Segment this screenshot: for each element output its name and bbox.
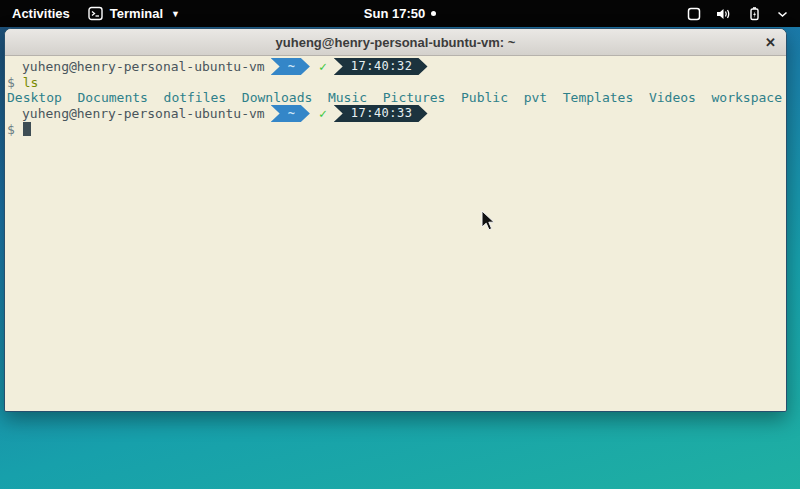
- prompt-time-segment: 17:40:32: [334, 58, 428, 75]
- command-line-1: $ ls: [7, 75, 786, 90]
- directory-item: dotfiles: [164, 90, 227, 105]
- clock-label: Sun 17:50: [364, 6, 425, 21]
- directory-item: Desktop: [7, 90, 62, 105]
- window-title: yuheng@henry-personal-ubuntu-vm: ~: [276, 35, 516, 50]
- terminal-content[interactable]: yuheng@henry-personal-ubuntu-vm ~ ✓ 17:4…: [5, 56, 786, 411]
- directory-item: workspace: [712, 90, 782, 105]
- app-menu-label: Terminal: [110, 6, 163, 21]
- prompt-path-segment: ~: [271, 105, 310, 122]
- directory-item: Videos: [649, 90, 696, 105]
- directory-item: Music: [328, 90, 367, 105]
- app-menu-terminal[interactable]: Terminal ▼: [88, 6, 180, 21]
- status-check-icon: ✓: [319, 59, 327, 74]
- prompt-symbol: $: [7, 122, 15, 137]
- window-titlebar[interactable]: yuheng@henry-personal-ubuntu-vm: ~ ✕: [5, 29, 786, 56]
- terminal-icon: [88, 6, 103, 21]
- prompt-time-segment: 17:40:33: [334, 105, 428, 122]
- prompt-line-1: yuheng@henry-personal-ubuntu-vm ~ ✓ 17:4…: [7, 58, 786, 75]
- status-check-icon: ✓: [319, 106, 327, 121]
- chevron-down-icon: [777, 10, 788, 18]
- prompt-line-2: yuheng@henry-personal-ubuntu-vm ~ ✓ 17:4…: [7, 105, 786, 122]
- directory-item: Templates: [563, 90, 633, 105]
- activities-button[interactable]: Activities: [12, 6, 70, 21]
- prompt-symbol: $: [7, 75, 15, 90]
- top-bar-left: Activities Terminal ▼: [0, 6, 180, 21]
- battery-charging-icon: [747, 7, 762, 21]
- directory-item: Public: [461, 90, 508, 105]
- command-line-2: $: [7, 122, 786, 137]
- caret-down-icon: ▼: [171, 9, 180, 19]
- volume-icon: [716, 7, 732, 21]
- display-icon: [687, 7, 701, 21]
- top-bar: Activities Terminal ▼ Sun 17:50: [0, 0, 800, 27]
- directory-item: pvt: [524, 90, 547, 105]
- command-text: ls: [23, 75, 39, 90]
- prompt-user: yuheng@henry-personal-ubuntu-vm: [22, 59, 265, 74]
- prompt-path-segment: ~: [271, 58, 310, 75]
- ls-output: Desktop Documents dotfiles Downloads Mus…: [7, 90, 786, 105]
- desktop-background: Activities Terminal ▼ Sun 17:50: [0, 0, 800, 489]
- terminal-cursor: [23, 122, 31, 136]
- notification-dot-icon: [431, 11, 436, 16]
- mouse-cursor-icon: [481, 210, 497, 236]
- close-button[interactable]: ✕: [765, 29, 776, 56]
- directory-item: Downloads: [242, 90, 312, 105]
- directory-item: Pictures: [383, 90, 446, 105]
- clock-menu[interactable]: Sun 17:50: [340, 6, 460, 21]
- directory-item: Documents: [77, 90, 147, 105]
- prompt-user: yuheng@henry-personal-ubuntu-vm: [22, 106, 265, 121]
- terminal-window: yuheng@henry-personal-ubuntu-vm: ~ ✕ yuh…: [4, 28, 787, 412]
- system-menu[interactable]: [687, 7, 800, 21]
